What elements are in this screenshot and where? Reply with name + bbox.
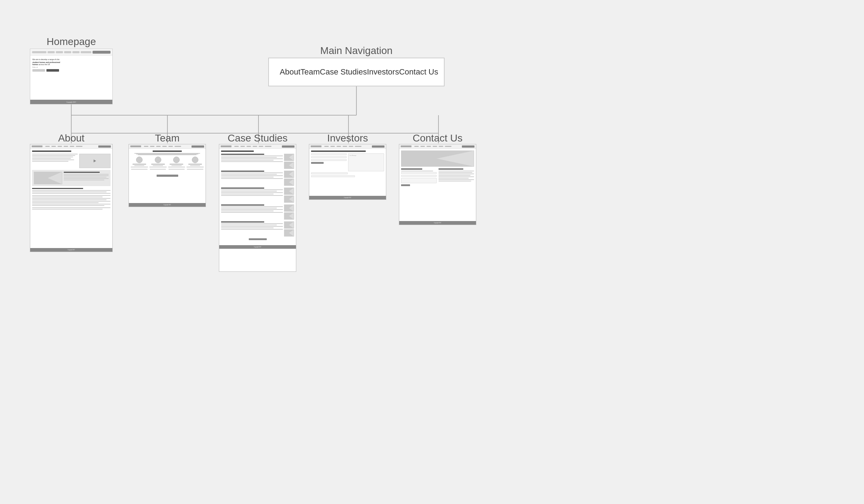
contact-us-page-label: Contact Us (399, 132, 476, 144)
investors-page-label: Investors (309, 132, 386, 144)
nav-item-investors[interactable]: Investors (367, 67, 399, 77)
investors-wireframe: Your Message Copyright 2017 (309, 144, 386, 200)
nav-item-case-studies[interactable]: Case Studies (320, 67, 367, 77)
canvas: Homepage We aim to develop a range of ch… (0, 0, 864, 504)
nav-item-about[interactable]: About (280, 67, 301, 77)
homepage-wireframe: We aim to develop a range of chic studen… (30, 49, 113, 104)
contact-wireframe: Copyright 2017 (399, 144, 476, 225)
case-studies-page-label: Case Studies (219, 132, 296, 144)
main-nav-label: Main Navigation (272, 45, 441, 57)
nav-item-contact-us[interactable]: Contact Us (399, 67, 438, 77)
about-page-label: About (30, 132, 113, 144)
team-page-label: Team (129, 132, 206, 144)
homepage-label: Homepage (30, 36, 113, 48)
team-wireframe: Copyright 2017 (129, 144, 206, 207)
nav-item-team[interactable]: Team (301, 67, 320, 77)
main-navigation-box[interactable]: About Team Case Studies Investors Contac… (268, 58, 445, 86)
case-studies-wireframe: Copyright 2017 (219, 144, 296, 272)
about-wireframe: Copyright 2017 (30, 144, 113, 252)
